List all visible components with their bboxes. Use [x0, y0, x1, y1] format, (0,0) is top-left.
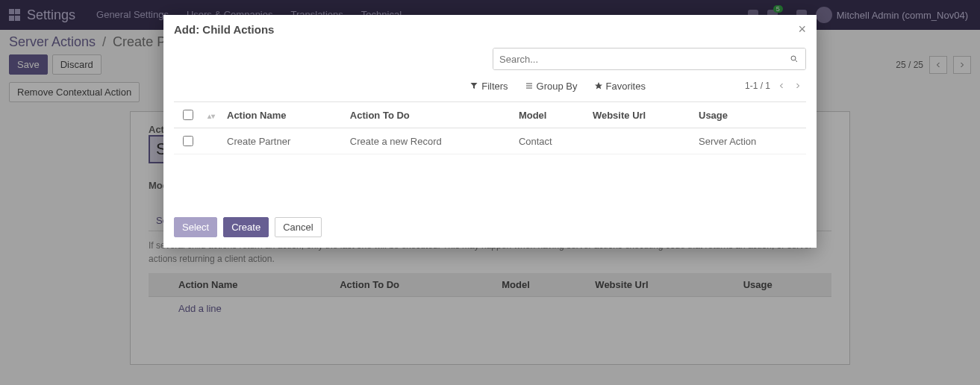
funnel-icon	[469, 81, 478, 90]
row-checkbox[interactable]	[183, 136, 193, 146]
favorites-button[interactable]: Favorites	[587, 78, 652, 94]
chevron-left-icon	[777, 81, 786, 90]
sort-indicator[interactable]: ▴▾	[207, 112, 215, 120]
modal-search	[493, 48, 806, 70]
modal-results-table: ▴▾ Action Name Action To Do Model Websit…	[174, 101, 806, 154]
list-icon	[525, 81, 534, 90]
modal-pager: 1-1 / 1	[742, 81, 773, 91]
mcol-usage[interactable]: Usage	[693, 102, 806, 128]
select-all-checkbox[interactable]	[183, 110, 193, 120]
cell-usage: Server Action	[693, 128, 806, 154]
mcol-website-url[interactable]: Website Url	[587, 102, 693, 128]
modal-overlay: Add: Child Actions × Filters	[0, 0, 980, 365]
add-child-actions-modal: Add: Child Actions × Filters	[163, 15, 817, 248]
modal-title: Add: Child Actions	[174, 23, 274, 36]
cell-action-name: Create Partner	[221, 128, 344, 154]
svg-point-0	[791, 56, 796, 60]
filters-button[interactable]: Filters	[463, 78, 514, 94]
mcol-model[interactable]: Model	[513, 102, 587, 128]
mcol-action-to-do[interactable]: Action To Do	[344, 102, 513, 128]
chevron-right-icon	[793, 81, 802, 90]
cell-model: Contact	[513, 128, 587, 154]
mcol-action-name[interactable]: Action Name	[221, 102, 344, 128]
create-button[interactable]: Create	[223, 217, 269, 237]
star-icon	[594, 81, 603, 90]
modal-page-next[interactable]	[790, 78, 806, 94]
cancel-button[interactable]: Cancel	[275, 217, 321, 237]
select-button[interactable]: Select	[174, 217, 217, 237]
group-by-button[interactable]: Group By	[518, 78, 584, 94]
modal-page-prev[interactable]	[773, 78, 790, 94]
search-input[interactable]	[493, 48, 783, 69]
svg-line-1	[796, 60, 798, 63]
modal-close[interactable]: ×	[798, 22, 806, 36]
cell-website-url	[587, 128, 693, 154]
cell-action-to-do: Create a new Record	[344, 128, 513, 154]
search-icon[interactable]	[783, 48, 805, 69]
table-row[interactable]: Create Partner Create a new Record Conta…	[174, 128, 806, 154]
